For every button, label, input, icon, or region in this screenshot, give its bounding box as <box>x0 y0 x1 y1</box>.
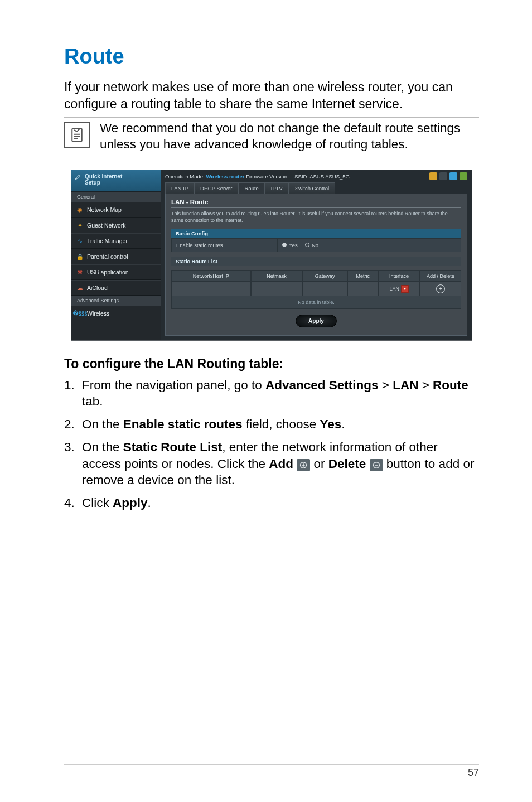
col-network: Network/Host IP <box>171 270 251 282</box>
sidebar-item-label: Parental control <box>87 253 128 260</box>
sidebar-section-general: General <box>71 192 161 202</box>
intro-text: If your network makes use of more than o… <box>64 79 479 113</box>
t: . <box>148 496 151 510</box>
route-panel: LAN - Route This function allows you to … <box>165 194 467 335</box>
steps-list: From the navigation panel, go to Advance… <box>64 377 479 511</box>
traffic-icon: ∿ <box>76 237 84 245</box>
step-2: On the Enable static routes field, choos… <box>64 416 479 432</box>
opmode-value: Wireless router <box>206 173 244 180</box>
input-gateway[interactable] <box>302 282 347 296</box>
sidebar: Quick Internet Setup General ◉ Network M… <box>71 170 161 340</box>
static-list-head: Static Route List <box>171 257 461 266</box>
panel-title: LAN - Route <box>171 199 461 205</box>
dropdown-icon[interactable] <box>401 285 409 293</box>
apply-button[interactable]: Apply <box>296 315 337 327</box>
t: Enable static routes <box>123 417 243 431</box>
page-footer: 57 <box>64 764 479 779</box>
iface-value: LAN <box>390 286 400 292</box>
status-icon[interactable] <box>449 172 457 180</box>
sidebar-item-traffic[interactable]: ∿ Traffic Manager <box>71 233 161 249</box>
topbar-icons <box>429 172 467 180</box>
radio-no[interactable] <box>305 243 309 247</box>
network-icon: ◉ <box>76 206 84 214</box>
tab-route[interactable]: Route <box>238 182 264 194</box>
step-3: On the Static Route List, enter the netw… <box>64 439 479 488</box>
pen-icon <box>75 173 81 180</box>
opmode-label: Operation Mode: <box>165 173 206 180</box>
router-ui-screenshot: Quick Internet Setup General ◉ Network M… <box>71 170 472 340</box>
t: Static Route List <box>123 440 223 454</box>
svg-rect-0 <box>72 128 82 141</box>
input-metric[interactable] <box>347 282 379 296</box>
col-netmask: Netmask <box>251 270 303 282</box>
enable-static-row: Enable static routes Yes No <box>171 238 461 252</box>
panel-desc: This function allows you to add routing … <box>171 207 461 224</box>
page-heading: Route <box>64 45 479 69</box>
status-icon[interactable] <box>460 172 467 180</box>
add-icon[interactable]: + <box>436 284 445 293</box>
input-netmask[interactable] <box>251 282 303 296</box>
t: > <box>379 378 393 392</box>
route-table-header: Network/Host IP Netmask Gateway Metric I… <box>171 270 461 282</box>
sidebar-quick-setup[interactable]: Quick Internet Setup <box>71 170 161 192</box>
t: field, choose <box>243 417 320 431</box>
sidebar-item-aicloud[interactable]: ☁ AiCloud <box>71 280 161 296</box>
note-text: We recommend that you do not change the … <box>100 120 479 153</box>
sidebar-item-usb[interactable]: ✱ USB application <box>71 264 161 280</box>
sidebar-item-label: USB application <box>87 269 129 276</box>
page-number: 57 <box>468 767 479 778</box>
tab-dhcp[interactable]: DHCP Server <box>194 182 238 194</box>
input-network[interactable] <box>171 282 251 296</box>
tab-switch[interactable]: Switch Control <box>289 182 335 194</box>
t: > <box>418 378 433 392</box>
sidebar-item-network-map[interactable]: ◉ Network Map <box>71 202 161 218</box>
tab-iptv[interactable]: IPTV <box>265 182 289 194</box>
main-panel: Operation Mode: Wireless router Firmware… <box>161 170 472 340</box>
t: Add <box>269 457 293 471</box>
sidebar-item-wireless[interactable]: �ššš Wireless <box>71 306 161 321</box>
t: Yes <box>320 417 341 431</box>
route-table-input-row: LAN + <box>171 282 461 296</box>
t: Advanced Settings <box>265 378 379 392</box>
t: or <box>313 457 328 471</box>
tab-lanip[interactable]: LAN IP <box>165 182 194 194</box>
add-inline-icon <box>297 459 310 471</box>
t: Click <box>82 496 113 510</box>
radio-yes[interactable] <box>282 243 287 247</box>
sidebar-section-advanced: Advanced Settings <box>71 296 161 306</box>
t: Delete <box>328 457 366 471</box>
sidebar-item-parental[interactable]: 🔒 Parental control <box>71 249 161 264</box>
note-icon <box>64 122 90 148</box>
guest-icon: ✦ <box>76 221 84 229</box>
sidebar-item-label: Guest Network <box>87 222 125 229</box>
sidebar-item-label: Network Map <box>87 206 122 213</box>
radio-no-label: No <box>312 242 318 248</box>
wireless-icon: �ššš <box>76 310 84 317</box>
sidebar-item-label: Traffic Manager <box>87 238 128 244</box>
status-icon[interactable] <box>439 172 447 180</box>
table-nodata: No data in table. <box>171 296 461 309</box>
sidebar-item-label: AiCloud <box>87 284 108 291</box>
col-metric: Metric <box>347 270 379 282</box>
col-gateway: Gateway <box>302 270 347 282</box>
t: On the <box>82 417 123 431</box>
t: From the navigation panel, go to <box>82 378 265 392</box>
sidebar-item-guest[interactable]: ✦ Guest Network <box>71 218 161 233</box>
t: Route <box>433 378 468 392</box>
delete-inline-icon <box>370 459 383 471</box>
fw-label: Firmware Version: <box>245 173 291 180</box>
t: LAN <box>393 378 418 392</box>
enable-static-label: Enable static routes <box>172 239 277 252</box>
step-4: Click Apply. <box>64 495 479 511</box>
subheading: To configure the LAN Routing table: <box>64 356 479 371</box>
cloud-icon: ☁ <box>76 284 84 292</box>
status-icon[interactable] <box>429 172 437 180</box>
t: tab. <box>82 394 103 408</box>
input-interface[interactable]: LAN <box>379 282 420 296</box>
radio-yes-label: Yes <box>289 242 298 248</box>
t: On the <box>82 440 123 454</box>
topbar: Operation Mode: Wireless router Firmware… <box>161 170 472 180</box>
lock-icon: 🔒 <box>76 253 84 260</box>
t: Apply <box>113 496 148 510</box>
t: . <box>341 417 345 431</box>
